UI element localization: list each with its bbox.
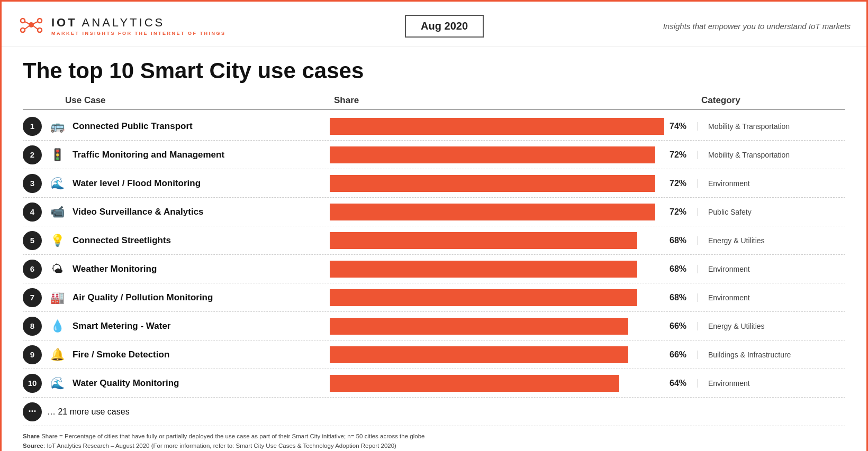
bar-pct-4: 72% [670,207,692,217]
row-icon-5: 💡 [47,231,67,251]
row-rank-8: 8 [23,317,42,336]
row-rank-3: 3 [23,174,42,193]
svg-line-8 [33,26,38,29]
row-label-7: Air Quality / Pollution Monitoring [73,292,213,303]
bar-area-9: 66% [330,346,697,363]
bar-fill-7 [330,289,637,306]
table-row: 4 📹 Video Surveillance & Analytics 72% P… [23,198,845,226]
footer-line2: Source: IoT Analytics Research – August … [23,441,845,450]
row-label-1: Connected Public Transport [73,121,193,132]
bar-track-8 [330,318,664,335]
brand-name: IOT ANALYTICS [51,16,226,30]
svg-point-2 [38,19,42,23]
bar-track-1 [330,118,664,135]
row-rank-1: 1 [23,117,42,136]
row-icon-4: 📹 [47,202,67,222]
bar-fill-10 [330,375,619,392]
row-rank-7: 7 [23,288,42,307]
bar-area-4: 72% [330,204,697,220]
row-category-3: Environment [697,179,845,188]
bar-area-8: 66% [330,318,697,335]
logo-text: IOT ANALYTICS MARKET INSIGHTS FOR THE IN… [51,16,226,36]
row-label-6: Weather Monitoring [73,264,157,274]
row-rank-6: 6 [23,260,42,279]
more-num: ··· [23,402,42,421]
row-label-8: Smart Metering - Water [73,321,170,332]
row-category-8: Energy & Utilities [697,322,845,330]
bar-track-4 [330,204,664,220]
row-label-2: Traffic Monitoring and Management [73,150,224,160]
table-row: 3 🌊 Water level / Flood Monitoring 72% E… [23,169,845,198]
row-label-3: Water level / Flood Monitoring [73,178,201,189]
row-icon-9: 🔔 [47,345,67,365]
row-category-10: Environment [697,379,845,388]
row-label-4: Video Surveillance & Analytics [73,207,204,217]
svg-line-6 [33,22,38,24]
data-table: Use Case Share Category 1 🚌 Connected Pu… [23,95,845,426]
bar-pct-1: 74% [670,122,692,131]
row-category-4: Public Safety [697,208,845,216]
row-label-9: Fire / Smoke Detection [73,349,169,360]
bar-track-9 [330,346,664,363]
bar-area-1: 74% [330,118,697,135]
row-icon-6: 🌤 [47,259,67,279]
row-label-5: Connected Streetlights [73,235,171,246]
bar-pct-10: 64% [670,379,692,388]
svg-line-5 [25,22,29,24]
col-header-share: Share [330,95,697,106]
row-rank-2: 2 [23,145,42,164]
bar-fill-5 [330,232,637,249]
bar-track-3 [330,175,664,192]
page-header: IOT ANALYTICS MARKET INSIGHTS FOR THE IN… [2,2,866,47]
table-row: 1 🚌 Connected Public Transport 74% Mobil… [23,112,845,141]
row-category-9: Buildings & Infrastructure [697,351,845,359]
row-icon-2: 🚦 [47,145,67,165]
brand-sub: MARKET INSIGHTS FOR THE INTERNET OF THIN… [51,31,226,36]
svg-point-0 [29,22,34,27]
bar-area-2: 72% [330,146,697,163]
footer-notes: Share Share = Percentage of cities that … [23,431,845,451]
row-icon-1: 🚌 [47,116,67,136]
more-label: … 21 more use cases [47,407,130,417]
col-header-use-case: Use Case [23,95,330,106]
table-body: 1 🚌 Connected Public Transport 74% Mobil… [23,112,845,398]
row-rank-4: 4 [23,203,42,222]
row-icon-7: 🏭 [47,288,67,308]
report-date: Aug 2020 [405,15,484,38]
bar-track-5 [330,232,664,249]
row-category-1: Mobility & Transportation [697,122,845,131]
bar-pct-6: 68% [670,264,692,274]
more-row: ··· … 21 more use cases [23,398,845,426]
row-category-7: Environment [697,293,845,302]
row-rank-10: 10 [23,374,42,393]
table-row: 7 🏭 Air Quality / Pollution Monitoring 6… [23,283,845,312]
bar-fill-4 [330,204,655,220]
bar-fill-9 [330,346,628,363]
svg-line-7 [25,26,29,29]
table-row: 9 🔔 Fire / Smoke Detection 66% Buildings… [23,340,845,369]
bar-fill-8 [330,318,628,335]
logo-icon [17,11,45,41]
bar-fill-1 [330,118,664,135]
bar-track-6 [330,261,664,278]
page-title: The top 10 Smart City use cases [23,58,845,84]
logo-area: IOT ANALYTICS MARKET INSIGHTS FOR THE IN… [17,11,226,41]
row-icon-10: 🌊 [47,373,67,393]
table-row: 2 🚦 Traffic Monitoring and Management 72… [23,141,845,169]
main-content: The top 10 Smart City use cases Use Case… [2,47,866,451]
bar-pct-3: 72% [670,179,692,188]
row-icon-3: 🌊 [47,173,67,194]
footer-line1: Share Share = Percentage of cities that … [23,431,845,441]
tagline: Insights that empower you to understand … [663,22,851,31]
svg-point-4 [38,28,42,32]
table-row: 8 💧 Smart Metering - Water 66% Energy & … [23,312,845,340]
table-header: Use Case Share Category [23,95,845,110]
row-category-2: Mobility & Transportation [697,151,845,159]
row-rank-5: 5 [23,231,42,250]
row-rank-9: 9 [23,345,42,364]
table-row: 10 🌊 Water Quality Monitoring 64% Enviro… [23,369,845,398]
bar-area-10: 64% [330,375,697,392]
bar-pct-9: 66% [670,350,692,360]
bar-area-5: 68% [330,232,697,249]
table-row: 6 🌤 Weather Monitoring 68% Environment [23,255,845,283]
